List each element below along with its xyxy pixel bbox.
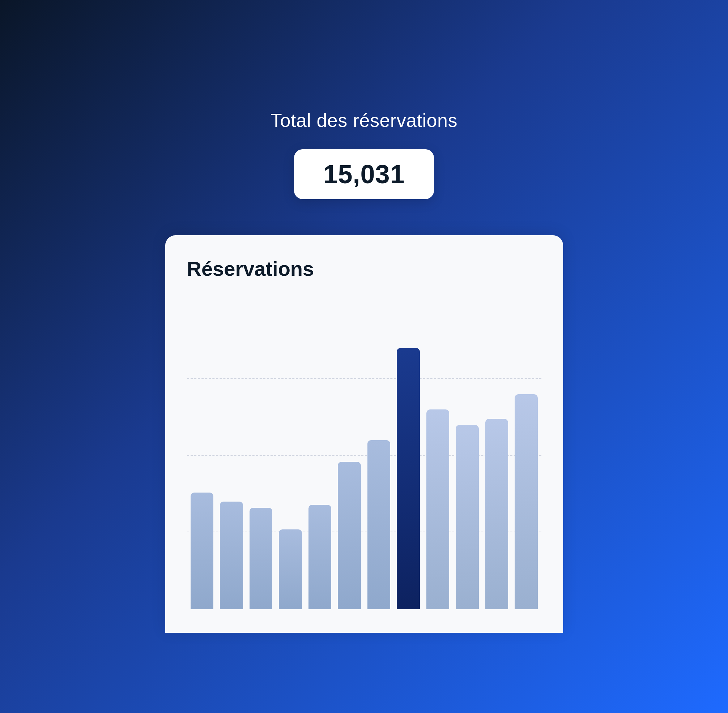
- chart-bar-2: [220, 501, 243, 609]
- chart-bar-9: [426, 409, 450, 609]
- top-section: Total des réservations 15,031: [165, 81, 563, 235]
- chart-bar-8: [397, 348, 420, 609]
- chart-bar-3: [250, 508, 273, 609]
- chart-bar-5: [308, 505, 332, 609]
- chart-bar-4: [279, 530, 302, 609]
- total-value: 15,031: [323, 160, 405, 189]
- chart-bar-7: [368, 440, 390, 609]
- chart-title: Réservations: [187, 257, 541, 280]
- chart-bar-12: [515, 394, 538, 609]
- chart-bar-1: [191, 492, 214, 609]
- main-container: Total des réservations 15,031 Réservatio…: [165, 81, 563, 633]
- page-title: Total des réservations: [271, 109, 457, 131]
- bars-container: [187, 302, 541, 609]
- chart-bar-11: [485, 419, 508, 609]
- chart-card: Réservations: [165, 235, 563, 633]
- chart-bar-6: [338, 462, 361, 609]
- chart-bar-10: [456, 425, 479, 609]
- total-badge: 15,031: [294, 149, 434, 199]
- chart-area: [187, 302, 541, 609]
